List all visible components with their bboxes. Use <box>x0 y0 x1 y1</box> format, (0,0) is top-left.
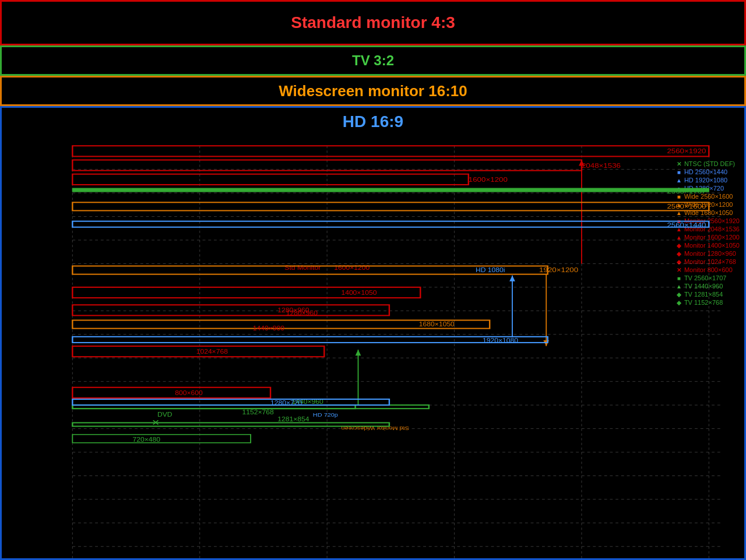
section-hd: HD 16:9 ✕NTSC (STD DEF)■HD 2560×1440▲HD … <box>0 106 746 560</box>
section-standard: Standard monitor 4:3 <box>0 0 746 45</box>
svg-rect-39 <box>72 388 270 398</box>
svg-text:2560×1600: 2560×1600 <box>667 203 706 210</box>
svg-marker-46 <box>356 350 361 355</box>
svg-text:1920×1200: 1920×1200 <box>539 266 578 274</box>
svg-rect-35 <box>72 305 389 315</box>
svg-text:1680×1050: 1680×1050 <box>419 321 455 327</box>
svg-rect-63 <box>72 221 709 227</box>
chart-area: ✕NTSC (STD DEF)■HD 2560×1440▲HD 1920×108… <box>2 134 744 558</box>
svg-rect-70 <box>72 399 389 405</box>
svg-text:1024×768: 1024×768 <box>196 348 228 355</box>
svg-marker-68 <box>509 276 515 281</box>
title-wide: Widescreen monitor 16:10 <box>279 82 467 100</box>
svg-text:HD 1080i: HD 1080i <box>476 267 505 273</box>
section-wide: Widescreen monitor 16:10 <box>0 76 746 106</box>
svg-text:✕: ✕ <box>152 418 160 427</box>
svg-rect-53 <box>72 435 251 443</box>
svg-rect-41 <box>72 188 709 192</box>
svg-text:720×480: 720×480 <box>132 436 160 443</box>
svg-text:Std Monitor Widescreen: Std Monitor Widescreen <box>341 426 409 432</box>
svg-text:1280×960: 1280×960 <box>286 310 318 316</box>
svg-text:DVD: DVD <box>157 411 173 418</box>
svg-text:1152×768: 1152×768 <box>242 409 274 415</box>
title-hd: HD 16:9 <box>2 108 744 131</box>
svg-rect-55 <box>72 202 709 210</box>
svg-text:HD 720p: HD 720p <box>313 412 339 418</box>
svg-text:800×600: 800×600 <box>175 390 203 396</box>
svg-rect-65 <box>72 337 547 343</box>
title-standard: Standard monitor 4:3 <box>291 13 455 32</box>
svg-text:1600×1200: 1600×1200 <box>469 176 508 184</box>
svg-text:1281×854: 1281×854 <box>277 416 309 422</box>
svg-text:1280×720: 1280×720 <box>270 400 302 406</box>
svg-text:1920×1080: 1920×1080 <box>483 337 518 344</box>
svg-rect-29 <box>72 174 468 185</box>
main-container: Standard monitor 4:3 TV 3:2 Widescreen m… <box>0 0 746 560</box>
svg-text:1400×1050: 1400×1050 <box>341 290 376 296</box>
title-tv: TV 3:2 <box>352 52 394 69</box>
svg-text:2560×1707: 2560×1707 <box>667 188 706 195</box>
svg-rect-23 <box>72 146 709 156</box>
chart-svg: 2560×1920 2048×1536 1600×1200 Std Monito… <box>2 134 744 558</box>
svg-text:2560×1440: 2560×1440 <box>667 221 706 229</box>
svg-text:2048×1536: 2048×1536 <box>582 162 621 170</box>
svg-text:Std Monitor: Std Monitor <box>284 265 321 271</box>
svg-text:2560×1920: 2560×1920 <box>667 147 706 155</box>
svg-text:1600×1200: 1600×1200 <box>334 265 370 271</box>
svg-text:1440×900: 1440×900 <box>253 325 284 332</box>
section-tv: TV 3:2 <box>0 45 746 76</box>
